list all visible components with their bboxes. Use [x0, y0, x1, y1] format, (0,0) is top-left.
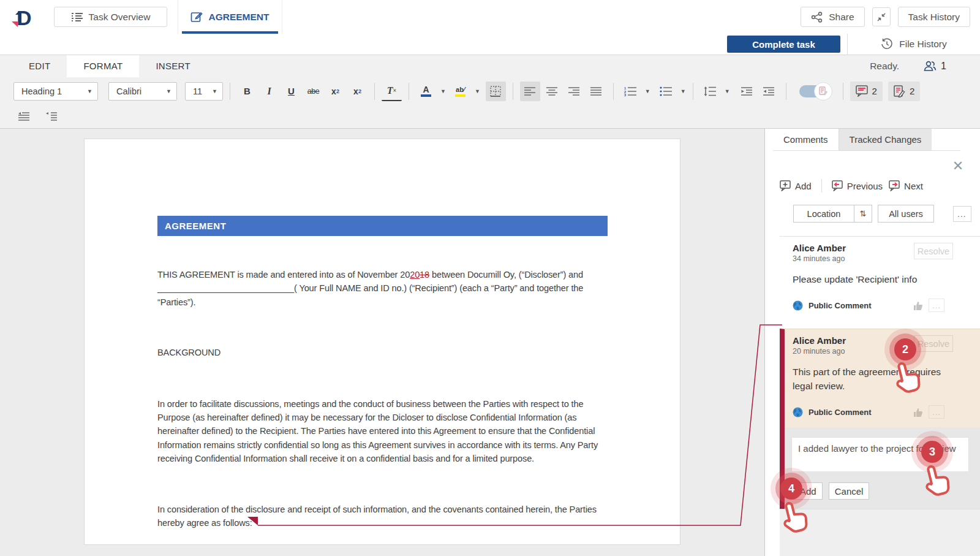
- align-left-button[interactable]: [520, 82, 540, 101]
- next-comment-button[interactable]: Next: [889, 180, 923, 191]
- user-count-value: 1: [941, 61, 946, 72]
- comments-count-button[interactable]: 2: [850, 82, 883, 101]
- menu-tab-format[interactable]: FORMAT: [67, 55, 139, 77]
- more-filters-button[interactable]: ...: [953, 206, 971, 222]
- collapse-view-button[interactable]: [872, 7, 891, 26]
- format-toolbar: Heading 1▼ Calibri▼ 11▼ B I U abe x2 x2 …: [0, 77, 980, 105]
- comment-visibility-label: Public Comment: [809, 301, 872, 310]
- add-comment-button[interactable]: Add: [780, 180, 812, 191]
- resolve-button[interactable]: Resolve: [914, 243, 953, 259]
- task-overview-label: Task Overview: [89, 12, 151, 23]
- resolve-button[interactable]: Resolve: [914, 335, 953, 352]
- chevron-down-icon[interactable]: ▼: [440, 88, 446, 94]
- bold-button[interactable]: B: [237, 82, 257, 101]
- paragraph-text: THIS AGREEMENT is made and entered into …: [157, 270, 410, 280]
- edit-document-icon: [190, 11, 203, 23]
- divider: [843, 83, 843, 100]
- close-panel-icon[interactable]: ✕: [950, 158, 966, 174]
- justify-button[interactable]: [586, 82, 606, 101]
- like-icon[interactable]: [913, 300, 924, 311]
- sort-by-location-select[interactable]: Location: [793, 205, 854, 223]
- comment-more-button[interactable]: ...: [929, 299, 944, 312]
- previous-comment-icon: [832, 180, 843, 191]
- active-users[interactable]: 1: [922, 60, 946, 72]
- share-icon: [811, 12, 823, 23]
- italic-button[interactable]: I: [259, 82, 279, 101]
- chevron-down-icon: ▼: [212, 88, 217, 94]
- menu-tab-edit[interactable]: EDIT: [12, 55, 67, 77]
- hanging-indent-button[interactable]: [41, 107, 61, 126]
- format-toolbar-row2: [0, 105, 980, 129]
- font-color-swatch: [421, 94, 431, 97]
- collapse-icon: [876, 12, 886, 22]
- borders-button[interactable]: [486, 82, 506, 101]
- main-area: AGREEMENT THIS AGREEMENT is made and ent…: [0, 129, 980, 556]
- tracked-changes-count-button[interactable]: 2: [888, 82, 920, 101]
- status-text: Ready.: [870, 61, 899, 72]
- tab-tracked-changes[interactable]: Tracked Changes: [839, 129, 932, 151]
- first-line-indent-button[interactable]: [13, 107, 34, 126]
- tab-agreement-label: AGREEMENT: [208, 12, 269, 23]
- task-overview-button[interactable]: Task Overview: [54, 7, 167, 27]
- file-history-button[interactable]: File History: [848, 38, 980, 50]
- changes-count-value: 2: [910, 86, 914, 96]
- share-button[interactable]: Share: [801, 7, 864, 27]
- task-history-button[interactable]: Task History: [898, 7, 970, 27]
- sort-direction-button[interactable]: ⇅: [854, 205, 872, 223]
- highlight-color-button[interactable]: ab⁄: [450, 82, 470, 101]
- tab-agreement[interactable]: AGREEMENT: [178, 0, 282, 34]
- numbered-list-button[interactable]: 123: [620, 82, 641, 101]
- paragraph-style-select[interactable]: Heading 1▼: [13, 82, 98, 101]
- document-canvas: AGREEMENT THIS AGREEMENT is made and ent…: [0, 129, 764, 556]
- superscript-button[interactable]: x2: [325, 82, 345, 101]
- paragraph-background-body: In order to facilitate discussions, meet…: [157, 397, 608, 466]
- underline-button[interactable]: U: [281, 82, 301, 101]
- divider: [374, 83, 375, 100]
- previous-comment-button[interactable]: Previous: [832, 180, 883, 191]
- align-right-button[interactable]: [564, 82, 584, 101]
- svg-text:D: D: [17, 6, 32, 29]
- strikethrough-button[interactable]: abe: [303, 82, 323, 101]
- comment-more-button[interactable]: ...: [929, 405, 944, 419]
- font-color-button[interactable]: A: [416, 82, 436, 101]
- comment-controls: Add Previous Next: [780, 179, 980, 192]
- comment-card[interactable]: Alice Amber 34 minutes ago Resolve Pleas…: [780, 236, 980, 321]
- divider: [821, 179, 822, 192]
- chevron-down-icon[interactable]: ▼: [645, 88, 650, 94]
- next-comment-icon: [889, 180, 900, 191]
- document-page[interactable]: AGREEMENT THIS AGREEMENT is made and ent…: [84, 139, 680, 545]
- task-history-label: Task History: [908, 12, 960, 23]
- font-family-select[interactable]: Calibri▼: [108, 82, 177, 101]
- globe-icon: [793, 407, 803, 417]
- track-changes-toggle[interactable]: [799, 85, 830, 98]
- action-bar: Complete task File History: [0, 34, 980, 55]
- increase-indent-button[interactable]: [759, 82, 779, 101]
- comment-card-selected[interactable]: Alice Amber 20 minutes ago Resolve This …: [780, 329, 980, 427]
- filter-users-select[interactable]: All users: [878, 205, 934, 223]
- menu-tab-insert[interactable]: INSERT: [139, 55, 207, 77]
- subscript-button[interactable]: x2: [347, 82, 368, 101]
- task-list-icon: [71, 12, 83, 22]
- document-heading: AGREEMENT: [157, 216, 608, 236]
- align-center-button[interactable]: [542, 82, 562, 101]
- clear-formatting-button[interactable]: T×: [382, 82, 402, 101]
- globe-icon: [793, 300, 803, 311]
- bullet-list-button[interactable]: [656, 82, 676, 101]
- decrease-indent-button[interactable]: [737, 82, 757, 101]
- font-size-select[interactable]: 11▼: [185, 82, 223, 101]
- paragraph-consideration: In consideration of the disclosure and r…: [157, 503, 608, 530]
- line-spacing-button[interactable]: [700, 82, 720, 101]
- chevron-down-icon[interactable]: ▼: [680, 88, 686, 94]
- editor-status: Ready. 1: [870, 55, 946, 77]
- like-icon[interactable]: [913, 407, 924, 417]
- chevron-down-icon[interactable]: ▼: [475, 88, 480, 94]
- chevron-down-icon[interactable]: ▼: [725, 88, 730, 94]
- complete-task-button[interactable]: Complete task: [727, 36, 840, 53]
- documill-editor: D Task Overview AGREEMENT: [0, 0, 980, 556]
- comment-icon: [856, 85, 868, 97]
- style-value: Heading 1: [21, 86, 62, 96]
- reply-cancel-button[interactable]: Cancel: [829, 482, 870, 500]
- comment-visibility-label: Public Comment: [809, 408, 872, 417]
- tab-comments[interactable]: Comments: [773, 129, 839, 150]
- divider: [513, 83, 513, 100]
